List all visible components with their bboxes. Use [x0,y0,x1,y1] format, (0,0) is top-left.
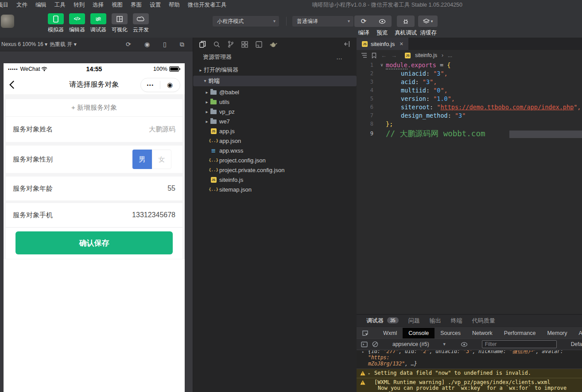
extensions-icon[interactable] [241,41,248,48]
tree-folder-babel[interactable]: ▸ @babel [193,87,357,97]
tab-performance[interactable]: Performance [498,328,542,338]
tab-terminal[interactable]: 终端 [451,317,462,325]
tree-folder-vp-pz[interactable]: ▸ vp_pz [193,107,357,116]
phone-icon [53,15,58,23]
tab-network[interactable]: Network [466,328,498,338]
tab-memory[interactable]: Memory [541,328,573,338]
visualizer-toggle-button[interactable]: 可视化 [110,13,129,34]
menu-view[interactable]: 视图 [108,1,127,9]
breadcrumb-file[interactable]: siteinfo.js [415,52,437,58]
gender-female-option[interactable]: 女 [152,150,171,169]
tab-problems[interactable]: 问题 [408,317,420,325]
fold-icon[interactable]: ∨ [378,62,386,67]
open-editors-section[interactable]: ▸ 打开的编辑器 [193,65,357,75]
user-avatar[interactable] [1,15,14,28]
context-select[interactable]: appservice (#5)▼ [392,341,446,347]
search-icon[interactable] [213,41,220,48]
tab-appdata[interactable]: AppData [573,328,582,338]
tab-console[interactable]: Console [403,328,435,338]
tree-file-app-js[interactable]: JS app.js [193,126,357,136]
folder-icon [210,110,217,114]
eye-icon[interactable] [461,342,468,347]
wxss-file-icon: ≡ [211,148,216,154]
more-icon[interactable]: ••• [141,82,160,88]
device-select[interactable]: Nexus 6 100% 16 ▾ [1,38,47,51]
menu-select[interactable]: 选择 [89,1,108,9]
menu-devtools[interactable]: 微信开发者工具 [184,1,231,9]
teapot-icon[interactable] [270,42,277,47]
menu-file[interactable]: 文件 [12,1,31,9]
console-warning-row[interactable]: ▸ Setting data field "now" to undefined … [357,369,582,378]
tree-file-sitemap-json[interactable]: {..} sitemap.json [193,184,357,194]
phone-field-row: 服务对象手机 13312345678 [6,203,182,227]
editor-layout-icon[interactable] [256,41,262,48]
real-device-debug-button[interactable] [397,15,415,27]
phone-input[interactable]: 13312345678 [132,203,175,227]
exit-target-icon[interactable]: ◉ [160,81,179,89]
age-input[interactable]: 55 [167,177,175,200]
device-frame-icon[interactable]: ▯ [163,38,167,51]
collapse-sidebar-icon[interactable] [344,41,351,47]
root-folder-row[interactable]: ▾ 前端 [193,76,357,86]
tree-file-project-private-config[interactable]: {..} project.private.config.json [193,165,357,175]
console-output[interactable]: ▸ {id: "277", uid: "2", uniacid: "3", ni… [357,350,582,392]
tree-folder-utils[interactable]: ▸ utils [193,97,357,107]
menu-settings[interactable]: 设置 [146,1,165,9]
dock-side-icon[interactable] [361,342,368,347]
editor-tab-siteinfo[interactable]: JS siteinfo.js × [357,38,408,50]
tree-folder-we7[interactable]: ▸ we7 [193,116,357,126]
clear-cache-button[interactable]: ▾ [418,15,438,27]
tab-wxml[interactable]: Wxml [377,328,403,338]
expand-icon[interactable]: ▸ [362,350,364,355]
menu-help[interactable]: 帮助 [165,1,184,9]
more-actions-icon[interactable]: … [336,51,343,63]
git-branch-icon[interactable] [228,41,234,48]
filter-input[interactable] [482,340,557,348]
hot-reload-toggle[interactable]: 热重载 开 ▾ [50,38,77,51]
multi-window-icon[interactable]: ⧉ [180,38,184,51]
menu-goto[interactable]: 转到 [70,1,89,9]
name-input[interactable]: 大鹏源码 [149,117,175,142]
nav-forward-icon[interactable]: → [391,52,397,59]
menu-interface[interactable]: 界面 [127,1,146,9]
tab-debugger[interactable]: 调试器35 [366,317,399,325]
log-levels-select[interactable]: Default levels [571,341,582,347]
mode-select[interactable]: 小程序模式 ▾ [213,16,279,27]
tree-file-siteinfo-js[interactable]: JS siteinfo.js [193,175,357,184]
tree-file-app-json[interactable]: {..} app.json [193,136,357,146]
confirm-save-button[interactable]: 确认保存 [16,231,173,254]
menu-project[interactable]: 项目 [0,1,12,9]
restart-icon[interactable]: ⟳ [126,38,131,51]
files-icon[interactable] [199,41,206,48]
editor-toggle-button[interactable]: </> 编辑器 [67,13,87,34]
clear-console-icon[interactable] [372,341,378,347]
breadcrumb-more[interactable]: ... [448,52,452,58]
simulator-toggle-button[interactable]: 模拟器 [46,13,66,34]
tree-file-project-config[interactable]: {..} project.config.json [193,155,357,165]
site-url-link[interactable]: https://demo.ttbobo.com/app/index.php [440,104,574,111]
code-area[interactable]: 1∨ module.exports = { 2 uniacid: "3", 3 … [357,61,582,139]
close-icon[interactable]: × [400,40,403,47]
bookmark-icon[interactable] [372,53,376,58]
warning-icon [360,371,365,376]
debugger-toggle-button[interactable]: 调试器 [89,13,108,34]
preview-button[interactable] [373,15,392,27]
outline-icon[interactable] [361,53,367,58]
compile-mode-select[interactable]: 普通编译 ▾ [292,16,353,27]
gender-male-option[interactable]: 男 [132,150,152,169]
menu-edit[interactable]: 编辑 [31,1,50,9]
inspect-icon[interactable] [357,330,372,336]
expand-icon[interactable]: ▸ [368,371,370,377]
console-warning-row[interactable]: [WXML Runtime warning] ./vp_pz/pages/ind… [357,378,582,392]
cloud-dev-button[interactable]: 云开发 [131,13,151,34]
tab-code-quality[interactable]: 代码质量 [472,317,495,325]
tab-output[interactable]: 输出 [430,317,441,325]
compile-button[interactable]: ⟳ [354,15,373,27]
record-icon[interactable]: ◉ [144,38,150,51]
tab-sources[interactable]: Sources [435,328,466,338]
console-log-row[interactable]: ▸ {id: "277", uid: "2", uniacid: "3", ni… [357,350,582,369]
nav-back-icon[interactable]: ← [381,52,387,59]
add-service-target-button[interactable]: + 新增服务对象 [6,99,182,116]
tree-file-app-wxss[interactable]: ≡ app.wxss [193,146,357,155]
menu-tools[interactable]: 工具 [50,1,70,9]
